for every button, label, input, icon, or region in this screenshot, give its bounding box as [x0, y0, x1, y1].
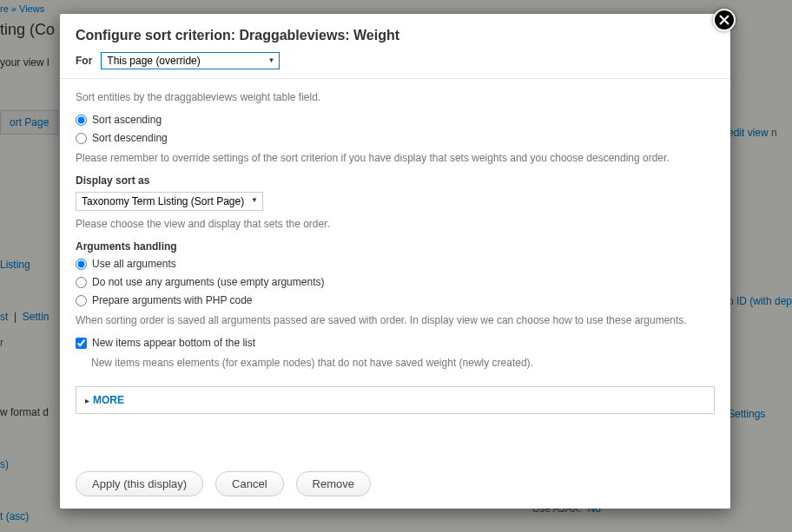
- edit-view-link[interactable]: edit view n: [728, 127, 777, 139]
- right-fragments: edit view n o ID (with dep Settings: [728, 130, 792, 434]
- apply-button[interactable]: Apply (this display): [76, 471, 203, 496]
- for-select[interactable]: This page (override): [101, 52, 280, 69]
- row-format-text: w format d: [0, 406, 49, 418]
- args-none-label: Do not use any arguments (use empty argu…: [92, 276, 324, 288]
- sort-descending-row[interactable]: Sort descending: [76, 132, 715, 144]
- for-row: For This page (override): [76, 52, 715, 78]
- sort-page-tab[interactable]: ort Page: [0, 110, 58, 135]
- st-link[interactable]: st: [0, 311, 8, 323]
- breadcrumb-sep: »: [9, 3, 19, 14]
- close-icon: [719, 15, 729, 25]
- args-handling-label: Arguments handling: [76, 240, 715, 253]
- remove-button[interactable]: Remove: [296, 471, 371, 496]
- new-items-help: New items means elements (for example no…: [91, 355, 715, 371]
- args-opt1-row[interactable]: Use all arguments: [76, 258, 715, 270]
- breadcrumb-re: re: [0, 3, 9, 14]
- cancel-button[interactable]: Cancel: [215, 471, 283, 496]
- new-items-row[interactable]: New items appear bottom of the list: [76, 337, 715, 349]
- sort-descending-radio[interactable]: [76, 133, 87, 144]
- settings-link-2[interactable]: Settings: [728, 408, 765, 420]
- sort-help: Please remember to override settings of …: [76, 150, 715, 166]
- args-use-all-radio[interactable]: [76, 259, 87, 270]
- settings-link-1[interactable]: Settin: [23, 311, 50, 323]
- r-link[interactable]: r: [0, 337, 3, 349]
- args-help: When sorting order is saved all argument…: [76, 312, 715, 328]
- more-link[interactable]: MORE: [93, 394, 124, 406]
- args-php-radio[interactable]: [76, 295, 87, 306]
- close-button[interactable]: [713, 9, 736, 31]
- listing-link[interactable]: Listing: [0, 259, 30, 271]
- display-sort-select[interactable]: Taxonomy Term Listing (Sort Page): [76, 192, 263, 211]
- new-items-checkbox[interactable]: [76, 338, 87, 349]
- button-row: Apply (this display) Cancel Remove: [76, 471, 371, 496]
- args-none-radio[interactable]: [76, 277, 87, 288]
- args-php-label: Prepare arguments with PHP code: [92, 294, 253, 306]
- display-sort-label: Display sort as: [76, 174, 715, 187]
- chevron-right-icon: ▸: [85, 396, 89, 405]
- new-items-label: New items appear bottom of the list: [92, 337, 255, 349]
- left-sidebar-fragments: Listing st | Settin r w format d s) t (a…: [0, 252, 49, 532]
- display-sort-help: Please choose the view and display that …: [76, 216, 715, 232]
- t-asc-link[interactable]: t (asc): [0, 510, 29, 522]
- args-opt2-row[interactable]: Do not use any arguments (use empty argu…: [76, 276, 715, 288]
- modal-title: Configure sort criterion: Draggableviews…: [76, 24, 715, 52]
- args-use-all-label: Use all arguments: [92, 258, 176, 270]
- s-paren-link[interactable]: s): [0, 458, 9, 470]
- sort-descending-label: Sort descending: [92, 132, 168, 144]
- divider: [60, 78, 730, 79]
- sort-ascending-radio[interactable]: [76, 115, 87, 126]
- more-fieldset[interactable]: ▸ MORE: [76, 386, 715, 414]
- configure-sort-modal: Configure sort criterion: Draggableviews…: [60, 14, 730, 509]
- intro-description: Sort entities by the draggableviews weig…: [76, 89, 715, 105]
- breadcrumb-views-link[interactable]: Views: [19, 3, 44, 14]
- sort-ascending-label: Sort ascending: [92, 114, 162, 126]
- args-opt3-row[interactable]: Prepare arguments with PHP code: [76, 294, 715, 306]
- sort-ascending-row[interactable]: Sort ascending: [76, 114, 715, 126]
- for-label: For: [76, 55, 92, 67]
- id-dep-text: o ID (with dep: [728, 295, 792, 307]
